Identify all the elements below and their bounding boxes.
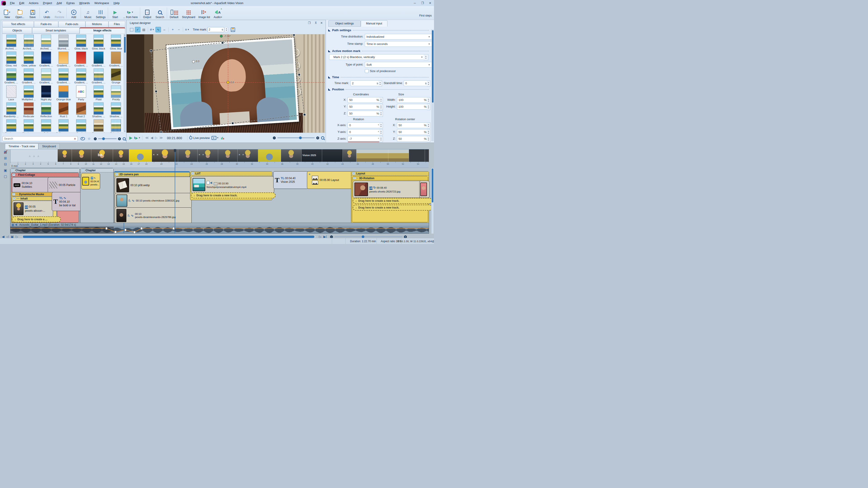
effect-item[interactable]: Prickly	[107, 85, 125, 102]
effect-item[interactable]: Glow, red	[2, 51, 20, 68]
designer-pin-icon[interactable]: ⊼	[315, 21, 317, 25]
drag-new-track-zone[interactable]: Drag here to create a new track.	[353, 198, 432, 204]
drag-new-track-zone[interactable]: Drag here to create a new track.	[191, 193, 276, 198]
effect-item[interactable]: Redscale	[20, 102, 37, 119]
clear-search-icon[interactable]: ✕	[72, 137, 78, 140]
menu-add[interactable]: Add	[54, 0, 64, 6]
effect-item[interactable]: Randomly ...	[2, 102, 20, 119]
collapse-icon[interactable]	[353, 177, 356, 180]
rc-y-field[interactable]: 50%	[397, 129, 428, 135]
minimize-button[interactable]: ─	[411, 0, 418, 6]
effect-item[interactable]: Lace	[2, 85, 20, 102]
favorites-star-icon[interactable]: ☆	[88, 137, 91, 141]
tab-files[interactable]: Files	[108, 21, 125, 27]
remove-track-icon[interactable]: ⊟	[4, 162, 7, 166]
effect-item[interactable]: Shadow, ...	[2, 119, 20, 133]
designer-maximize-icon[interactable]: ❐	[308, 21, 311, 25]
y-axis-field[interactable]: 0°	[348, 129, 381, 135]
effect-item[interactable]: Gradient, ...	[20, 68, 37, 85]
menu-project[interactable]: Project	[41, 0, 54, 6]
clip-chapter2-media[interactable]: A/B∿ 00:04.40pexels-...	[81, 173, 100, 189]
effect-item[interactable]: Glow, black	[72, 34, 90, 51]
tab-fade-outs[interactable]: Fade-outs	[58, 21, 86, 27]
effect-item[interactable]: Glow, black	[90, 34, 107, 51]
zoom-slider[interactable]	[98, 138, 117, 139]
add-track-icon[interactable]: ⊞	[4, 156, 7, 160]
skip-start-icon[interactable]: ≪	[145, 136, 149, 140]
height-field[interactable]: 100%	[397, 104, 428, 109]
motion-path-button[interactable]: ∿	[156, 27, 161, 32]
search-button[interactable]: Search	[153, 6, 166, 20]
x-spinner[interactable]: ▲▼	[379, 97, 383, 103]
z-axis-field[interactable]: -7°	[348, 136, 381, 142]
music-button[interactable]: ♫ Music	[82, 6, 94, 20]
step-back-icon[interactable]: ◀	[151, 136, 153, 140]
section-position[interactable]: Position	[328, 88, 429, 91]
grid-button[interactable]: #▼	[149, 27, 155, 32]
save-path-icon[interactable]	[231, 28, 235, 32]
effect-item[interactable]: Reflection	[37, 102, 55, 119]
playhead[interactable]	[175, 149, 175, 233]
playhead-grip[interactable]	[174, 149, 176, 152]
audio-speaker-icon[interactable]	[15, 223, 18, 226]
tab-smart-templates[interactable]: Smart templates	[32, 27, 80, 34]
clip-p08-webp[interactable]: 00:10 p08.webp	[115, 177, 192, 194]
rc-x-field[interactable]: 50%	[397, 123, 428, 128]
menu-extras[interactable]: Extras	[64, 0, 77, 6]
output-button[interactable]: → Output	[141, 6, 153, 20]
layout-rows-button[interactable]: ▤	[141, 27, 147, 32]
z-axis-spinner[interactable]: ▲▼	[379, 136, 383, 142]
effects-scrollbar[interactable]: ▲ ▼	[124, 34, 126, 132]
clip-particle[interactable]: 00:05 Particle	[48, 177, 81, 193]
time-stamp-select[interactable]: Time in seconds▼	[365, 41, 432, 47]
undo-button[interactable]: ↶ Undo	[40, 6, 53, 20]
filmstrip-frame[interactable]	[58, 149, 72, 162]
effect-item[interactable]: Gradient, ...	[90, 51, 107, 68]
collapse-icon[interactable]	[115, 173, 119, 175]
filmstrip-frame[interactable]	[91, 149, 113, 162]
clip-frenchpolynesia-video[interactable]: ↔ 00:10.90 frenchpolynesiamattdevirmp4.m…	[191, 176, 274, 193]
zoom-in-button[interactable]: +	[118, 137, 121, 140]
preview-play-button[interactable]: ▶	[129, 136, 132, 140]
rc-x-spinner[interactable]: ▲▼	[427, 123, 430, 129]
clip-text-be-bold[interactable]: T T𝑓ₓ ∿ 00:04.10be bold or ital	[52, 192, 82, 211]
start-button[interactable]: ▶ Start	[109, 6, 121, 20]
section-active-motion-mark[interactable]: Active motion mark	[328, 49, 429, 53]
effect-item[interactable]: Gradient, ...	[90, 68, 107, 85]
effect-item[interactable]: Orange-blue	[55, 85, 72, 102]
collapse-icon[interactable]	[12, 193, 16, 195]
designer-canvas[interactable]: -7.00° 0,0 2,0	[127, 34, 325, 133]
close-button[interactable]: ✕	[426, 0, 434, 6]
path-point-current[interactable]	[227, 81, 229, 84]
size-of-predecessor-checkbox[interactable]	[365, 69, 369, 73]
drag-new-track-zone[interactable]: Drag here to create a new track.	[353, 205, 432, 210]
effect-item[interactable]: Rust 1	[55, 102, 72, 119]
y-spinner[interactable]: ▲▼	[379, 104, 383, 110]
x-axis-spinner[interactable]: ▲▼	[379, 123, 383, 129]
x-axis-field[interactable]: 0°	[348, 123, 381, 128]
tab-manual-input[interactable]: Manual input	[361, 20, 388, 27]
clip-layout[interactable]: + 00:05.90 Layout	[307, 171, 353, 189]
effect-item[interactable]: Gradient, ...	[37, 68, 55, 85]
z-field[interactable]: 50%	[348, 111, 381, 116]
standstill-field[interactable]: 0s	[404, 80, 428, 86]
menu-wizards[interactable]: Wizards	[77, 0, 92, 6]
first-steps-link[interactable]: First steps	[419, 14, 432, 17]
time-mark-field[interactable]: 2s	[350, 80, 380, 86]
drag-new-track-zone[interactable]: Drag here to create a ...	[12, 217, 61, 222]
effect-item[interactable]: Arched, ...	[2, 34, 20, 51]
effect-item[interactable]: Gradient, ...	[107, 51, 125, 68]
default-view-button[interactable]: Default	[168, 6, 180, 20]
motion-mark-select[interactable]: Mark 2 (2 s) Blackbox, vertically▼	[329, 54, 425, 60]
height-spinner[interactable]: ▲▼	[427, 104, 430, 110]
group-tracks-icon[interactable]: ▣	[4, 168, 7, 172]
effect-item[interactable]: Steampunk	[90, 119, 107, 133]
preview-eye-icon[interactable]	[81, 137, 85, 140]
effect-item[interactable]: Gradient, ...	[55, 68, 72, 85]
designer-close-icon[interactable]: ✕	[320, 21, 323, 25]
menu-file[interactable]: File	[8, 0, 17, 6]
menu-edit[interactable]: Edit	[17, 0, 26, 6]
add-button[interactable]: + Add	[67, 6, 80, 20]
canvas-zoom-in[interactable]: +	[316, 136, 319, 139]
width-field[interactable]: 100%	[397, 97, 428, 103]
